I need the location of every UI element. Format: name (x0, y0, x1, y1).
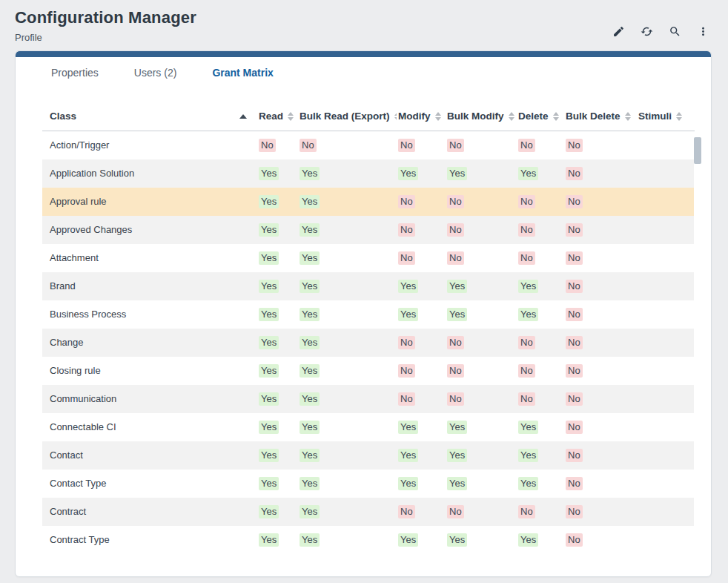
grant-cell[interactable]: Yes (298, 470, 397, 498)
grant-value-badge[interactable]: Yes (398, 308, 418, 321)
grant-cell[interactable]: Yes (517, 526, 564, 554)
grant-value-badge[interactable]: Yes (300, 251, 320, 265)
grant-value-badge[interactable]: Yes (398, 167, 418, 180)
grant-value-badge[interactable]: No (447, 336, 464, 349)
column-header-bulk-delete[interactable]: Bulk Delete (564, 111, 637, 131)
grant-value-badge[interactable]: Yes (259, 308, 279, 321)
grant-value-badge[interactable]: No (447, 505, 464, 518)
column-header-bulk-read[interactable]: Bulk Read (Export) (298, 111, 397, 131)
grant-cell[interactable]: Yes (298, 329, 397, 357)
table-row[interactable]: CommunicationYesYesNoNoNoNo (42, 385, 695, 413)
edit-button[interactable] (609, 24, 627, 42)
grant-cell[interactable]: Yes (397, 300, 446, 329)
table-row[interactable]: Approved ChangesYesYesNoNoNoNo (42, 216, 695, 244)
grant-cell[interactable]: No (564, 244, 637, 272)
grant-value-badge[interactable]: Yes (518, 167, 538, 180)
table-row[interactable]: Business ProcessYesYesYesYesYesNo (42, 300, 695, 329)
table-row[interactable]: Closing ruleYesYesNoNoNoNo (42, 357, 695, 385)
column-header-stimuli[interactable]: Stimuli (637, 111, 695, 131)
grant-cell[interactable]: No (517, 188, 564, 216)
grant-value-badge[interactable]: No (447, 139, 464, 152)
grant-cell[interactable]: No (517, 357, 564, 385)
grant-cell[interactable]: Yes (446, 526, 517, 554)
grant-cell[interactable]: No (564, 216, 637, 244)
grant-value-badge[interactable]: No (447, 223, 464, 237)
grant-value-badge[interactable]: Yes (300, 308, 320, 321)
grant-value-badge[interactable]: No (566, 336, 583, 349)
grant-cell[interactable]: Yes (397, 470, 446, 498)
grant-cell[interactable]: No (564, 188, 637, 216)
grant-value-badge[interactable]: No (447, 392, 464, 406)
grant-cell[interactable]: Yes (257, 498, 298, 526)
grant-value-badge[interactable]: No (518, 364, 535, 378)
table-row[interactable]: ContactYesYesYesYesYesNo (42, 441, 695, 470)
grant-value-badge[interactable]: No (566, 477, 583, 490)
grant-value-badge[interactable]: Yes (259, 223, 279, 237)
grant-cell[interactable]: No (397, 131, 446, 159)
grant-cell[interactable]: Yes (517, 300, 564, 329)
grant-cell[interactable]: Yes (517, 441, 564, 470)
grant-cell[interactable]: Yes (446, 300, 517, 329)
table-row[interactable]: Approval ruleYesYesNoNoNoNo (42, 188, 695, 216)
grant-value-badge[interactable]: Yes (259, 251, 279, 265)
grant-cell[interactable]: Yes (257, 272, 298, 300)
grant-cell[interactable]: No (517, 498, 564, 526)
tab-users[interactable]: Users (2) (116, 58, 195, 88)
grant-cell[interactable]: Yes (298, 272, 397, 300)
grant-cell[interactable]: Yes (257, 441, 298, 470)
grant-cell[interactable]: Yes (446, 159, 517, 188)
more-menu-button[interactable] (694, 24, 712, 42)
table-row[interactable]: Connectable CIYesYesYesYesYesNo (42, 413, 695, 441)
table-row[interactable]: ChangeYesYesNoNoNoNo (42, 329, 695, 357)
grant-cell[interactable]: No (564, 159, 637, 188)
grant-cell[interactable]: No (446, 385, 517, 413)
grant-value-badge[interactable]: Yes (447, 533, 467, 547)
grant-cell[interactable]: Yes (517, 413, 564, 441)
grant-cell[interactable]: Yes (298, 300, 397, 329)
table-row[interactable]: Contract TypeYesYesYesYesYesNo (42, 526, 695, 554)
grant-value-badge[interactable]: Yes (518, 421, 538, 434)
table-row[interactable]: BrandYesYesYesYesYesNo (42, 272, 695, 300)
grant-value-badge[interactable]: Yes (300, 477, 320, 490)
grant-value-badge[interactable]: No (447, 251, 464, 265)
grant-value-badge[interactable]: No (518, 195, 535, 208)
grant-cell[interactable]: No (446, 329, 517, 357)
grant-value-badge[interactable]: Yes (447, 280, 467, 293)
grant-value-badge[interactable]: Yes (259, 195, 279, 208)
grant-cell[interactable]: Yes (257, 385, 298, 413)
grant-value-badge[interactable]: No (447, 364, 464, 378)
grant-cell[interactable]: No (397, 216, 446, 244)
grant-value-badge[interactable]: No (518, 505, 535, 518)
grant-value-badge[interactable]: No (300, 139, 317, 152)
grant-value-badge[interactable]: Yes (300, 336, 320, 349)
table-row[interactable]: Action/TriggerNoNoNoNoNoNo (42, 131, 695, 159)
grant-cell[interactable]: Yes (298, 357, 397, 385)
grant-value-badge[interactable]: Yes (259, 392, 279, 406)
grant-value-badge[interactable]: No (566, 167, 583, 180)
grant-value-badge[interactable]: Yes (259, 421, 279, 434)
grant-cell[interactable]: No (446, 131, 517, 159)
grant-value-badge[interactable]: Yes (259, 364, 279, 378)
grant-cell[interactable]: No (564, 300, 637, 329)
grant-value-badge[interactable]: Yes (398, 421, 418, 434)
grant-cell[interactable]: No (446, 216, 517, 244)
grant-cell[interactable]: No (446, 244, 517, 272)
tab-grant-matrix[interactable]: Grant Matrix (194, 58, 291, 88)
grant-cell[interactable]: Yes (446, 441, 517, 470)
grant-value-badge[interactable]: No (566, 449, 583, 462)
grant-cell[interactable]: No (257, 131, 298, 159)
grant-cell[interactable]: Yes (517, 159, 564, 188)
grant-cell[interactable]: Yes (257, 470, 298, 498)
grant-cell[interactable]: Yes (397, 441, 446, 470)
grant-value-badge[interactable]: No (566, 533, 583, 547)
grant-value-badge[interactable]: No (566, 392, 583, 406)
grant-cell[interactable]: No (564, 357, 637, 385)
grant-cell[interactable]: Yes (257, 216, 298, 244)
grant-value-badge[interactable]: Yes (300, 364, 320, 378)
grant-value-badge[interactable]: No (398, 505, 415, 518)
grant-cell[interactable]: Yes (397, 526, 446, 554)
grant-value-badge[interactable]: Yes (447, 167, 467, 180)
grant-value-badge[interactable]: No (398, 139, 415, 152)
table-row[interactable]: Contact TypeYesYesYesYesYesNo (42, 470, 695, 498)
grant-value-badge[interactable]: Yes (518, 308, 538, 321)
